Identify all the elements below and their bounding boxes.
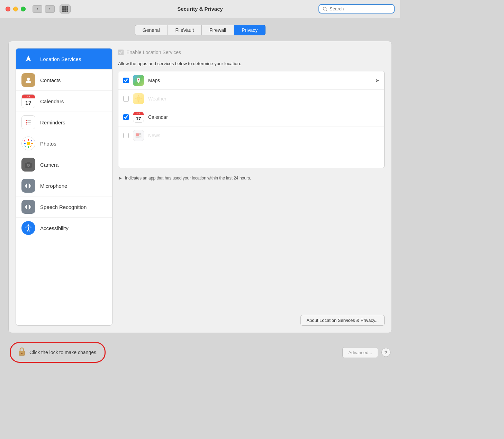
tab-general[interactable]: General — [135, 25, 168, 35]
svg-rect-25 — [29, 184, 30, 188]
title-bar-left: ‹ › — [6, 5, 71, 14]
svg-rect-23 — [26, 184, 27, 188]
svg-rect-27 — [25, 206, 26, 208]
sidebar-item-speech[interactable]: Speech Recognition — [16, 196, 112, 218]
grid-dots-icon — [62, 6, 68, 12]
svg-rect-42 — [139, 133, 141, 134]
app-checkbox-maps[interactable] — [123, 78, 129, 83]
speech-recognition-icon — [21, 200, 35, 214]
svg-rect-10 — [28, 139, 29, 141]
app-name-weather: Weather — [148, 96, 379, 102]
footer-note-text: Indicates an app that has used your loca… — [125, 175, 251, 181]
news-icon — [133, 130, 144, 141]
sidebar-item-location[interactable]: Location Services — [16, 49, 112, 70]
tab-firewall[interactable]: Firewall — [202, 25, 234, 35]
help-button[interactable]: ? — [381, 348, 390, 357]
forward-button[interactable]: › — [45, 5, 55, 13]
svg-point-34 — [138, 79, 139, 80]
maximize-button[interactable] — [21, 7, 26, 11]
camera-icon — [21, 158, 35, 172]
accessibility-icon — [21, 221, 35, 235]
sidebar-label-contacts: Contacts — [40, 77, 61, 83]
traffic-lights — [6, 7, 26, 11]
microphone-icon — [21, 179, 35, 193]
svg-point-20 — [28, 165, 29, 166]
right-content: Enable Location Services Allow the apps … — [118, 48, 385, 326]
search-icon — [323, 7, 327, 11]
svg-rect-31 — [30, 206, 31, 208]
svg-point-35 — [137, 97, 140, 100]
sidebar-item-accessibility[interactable]: Accessibility — [16, 218, 112, 238]
photos-icon — [21, 137, 35, 150]
sidebar-label-calendars: Calendars — [40, 98, 64, 104]
bottom-right: Advanced... ? — [342, 347, 390, 358]
svg-point-2 — [27, 78, 30, 80]
apps-list: Maps ➤ — [118, 71, 385, 168]
svg-rect-22 — [25, 185, 26, 187]
svg-rect-28 — [26, 205, 27, 209]
search-box[interactable] — [318, 4, 395, 14]
app-name-calendar: Calendar — [148, 114, 379, 120]
app-row-maps: Maps ➤ — [118, 71, 384, 90]
app-checkbox-news[interactable] — [123, 133, 129, 138]
svg-rect-8 — [27, 124, 31, 124]
sidebar-item-camera[interactable]: Camera — [16, 154, 112, 175]
enable-location-label: Enable Location Services — [126, 50, 181, 55]
app-checkbox-calendar[interactable] — [123, 114, 129, 120]
sidebar-label-speech: Speech Recognition — [40, 204, 87, 210]
footer-note: ➤ Indicates an app that has used your lo… — [118, 172, 385, 184]
svg-rect-29 — [28, 204, 28, 210]
location-services-icon — [21, 52, 35, 66]
svg-point-9 — [27, 142, 30, 145]
app-row-calendar: JUL 17 Calendar — [118, 108, 384, 126]
location-description: Allow the apps and services below to det… — [118, 61, 385, 67]
sidebar-item-photos[interactable]: Photos — [16, 133, 112, 154]
location-indicator-icon: ➤ — [118, 175, 122, 181]
svg-rect-11 — [28, 146, 29, 148]
svg-rect-16 — [24, 145, 26, 147]
tab-privacy[interactable]: Privacy — [234, 25, 266, 35]
svg-rect-21 — [27, 162, 30, 163]
about-location-button[interactable]: About Location Services & Privacy... — [300, 315, 385, 326]
window-title: Security & Privacy — [177, 6, 223, 12]
minimize-button[interactable] — [13, 7, 18, 11]
main-content: General FileVault Firewall Privacy Locat… — [0, 18, 400, 370]
svg-rect-41 — [136, 133, 139, 136]
svg-point-32 — [28, 225, 29, 226]
app-row-news: News — [118, 126, 384, 144]
tabs-row: General FileVault Firewall Privacy — [8, 25, 392, 35]
svg-rect-44 — [136, 137, 141, 137]
calendars-icon: JUL 17 — [21, 94, 35, 108]
enable-location-checkbox[interactable] — [118, 50, 124, 55]
svg-rect-15 — [31, 140, 33, 142]
enable-location-row: Enable Location Services — [118, 48, 385, 56]
app-name-news: News — [148, 133, 379, 138]
tab-filevault[interactable]: FileVault — [168, 25, 202, 35]
app-name-maps: Maps — [148, 78, 371, 83]
privacy-panel: Location Services Contacts JUL — [8, 41, 392, 333]
sidebar: Location Services Contacts JUL — [16, 48, 112, 326]
grid-view-button[interactable] — [60, 5, 71, 14]
panel-inner: Location Services Contacts JUL — [16, 48, 385, 326]
svg-rect-30 — [29, 205, 30, 209]
svg-rect-14 — [24, 140, 25, 142]
svg-rect-17 — [30, 145, 32, 147]
svg-rect-47 — [21, 353, 22, 354]
contacts-icon — [21, 73, 35, 87]
lock-button[interactable]: Click the lock to make changes. — [10, 342, 106, 363]
back-button[interactable]: ‹ — [33, 5, 42, 13]
sidebar-label-microphone: Microphone — [40, 183, 67, 189]
svg-rect-6 — [27, 122, 31, 123]
app-checkbox-weather[interactable] — [123, 96, 129, 102]
sidebar-item-reminders[interactable]: Reminders — [16, 112, 112, 133]
sidebar-label-camera: Camera — [40, 162, 58, 168]
sidebar-item-contacts[interactable]: Contacts — [16, 70, 112, 91]
sidebar-label-reminders: Reminders — [40, 120, 65, 125]
location-used-icon-maps: ➤ — [375, 78, 379, 83]
advanced-button[interactable]: Advanced... — [342, 347, 378, 358]
close-button[interactable] — [6, 7, 10, 11]
sidebar-item-microphone[interactable]: Microphone — [16, 175, 112, 196]
svg-rect-4 — [27, 120, 31, 121]
sidebar-item-calendars[interactable]: JUL 17 Calendars — [16, 91, 112, 112]
search-input[interactable] — [330, 6, 390, 11]
